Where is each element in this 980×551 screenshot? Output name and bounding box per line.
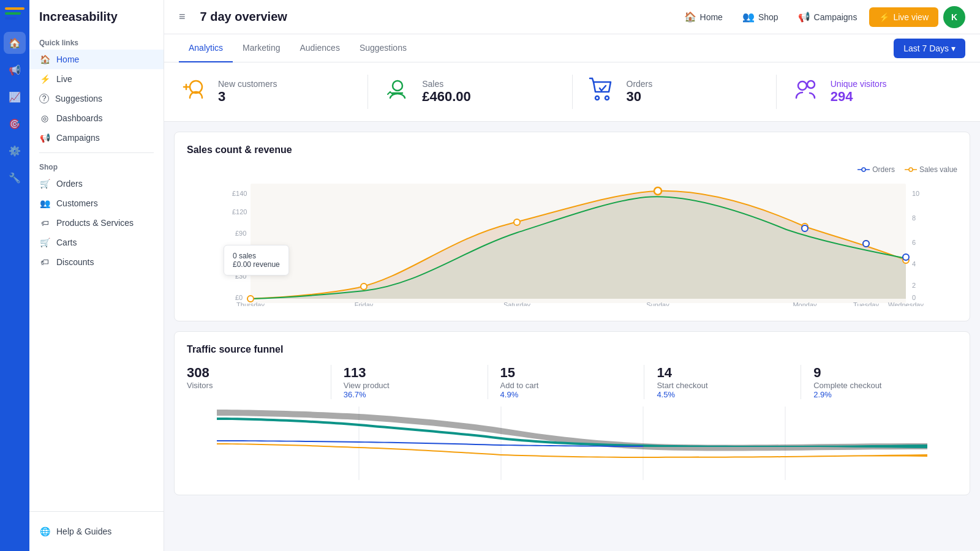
stat-orders: Orders 30 — [587, 75, 777, 109]
quick-links-title: Quick links — [29, 34, 164, 50]
svg-text:6: 6 — [912, 239, 916, 246]
sidebar-item-orders[interactable]: 🛒 Orders — [29, 174, 164, 193]
topbar-nav-campaigns[interactable]: 📢 Campaigns — [791, 7, 865, 26]
sidebar-item-discounts-label: Discounts — [56, 257, 94, 267]
funnel-chart-svg — [187, 407, 957, 480]
discounts-icon: 🏷 — [39, 257, 50, 267]
stat-new-customers-info: New customers 3 — [218, 79, 277, 105]
svg-text:Tuesday: Tuesday — [853, 301, 879, 306]
funnel-title: Traffic source funnel — [187, 344, 957, 355]
help-icon: 🌐 — [39, 527, 50, 536]
topbar-nav: 🏠 Home 👥 Shop 📢 Campaigns ⚡ Live view K — [677, 6, 965, 28]
tabs-bar: Analytics Marketing Audiences Suggestion… — [164, 34, 980, 62]
sidebar-item-campaigns[interactable]: 📢 Campaigns — [29, 128, 164, 148]
funnel-stat-cart: 15 Add to cart 4.9% — [500, 365, 645, 399]
stat-orders-value: 30 — [627, 89, 653, 105]
legend-sales-label: Sales value — [919, 165, 957, 174]
funnel-checkout-complete-num: 9 — [813, 365, 945, 381]
funnel-checkout-complete-label: Complete checkout — [813, 381, 945, 390]
legend-sales: Sales value — [905, 165, 957, 174]
customers-icon: 👥 — [39, 198, 50, 208]
nav-icon-target[interactable]: 🎯 — [4, 113, 26, 135]
products-icon: 🏷 — [39, 219, 50, 228]
stat-visitors: Unique visitors 294 — [791, 75, 965, 109]
stat-sales-value: £460.00 — [422, 89, 471, 105]
sales-chart-section: Sales count & revenue Orders Sales value — [174, 132, 970, 321]
tab-analytics[interactable]: Analytics — [179, 34, 233, 62]
funnel-cart-label: Add to cart — [500, 381, 632, 390]
funnel-visitors-label: Visitors — [187, 381, 318, 390]
sidebar-item-carts[interactable]: 🛒 Carts — [29, 233, 164, 252]
main-panel: ≡ 7 day overview 🏠 Home 👥 Shop 📢 Campaig… — [164, 0, 980, 551]
stat-visitors-value: 294 — [831, 89, 887, 105]
sidebar-item-help[interactable]: 🌐 Help & Guides — [29, 522, 164, 541]
svg-point-11 — [909, 168, 913, 171]
sidebar-item-live[interactable]: ⚡ Live — [29, 69, 164, 89]
funnel-view-pct: 36.7% — [344, 390, 475, 399]
sales-chart-svg: £0 £30 £60 £90 £120 £140 10 8 6 4 2 0 — [187, 165, 957, 306]
svg-text:8: 8 — [912, 214, 916, 222]
tab-marketing[interactable]: Marketing — [233, 34, 290, 62]
tooltip-line2: £0.00 revenue — [233, 260, 280, 269]
funnel-cart-pct: 4.9% — [500, 390, 632, 399]
stat-sales-label: Sales — [422, 79, 471, 89]
stat-orders-label: Orders — [627, 79, 653, 89]
legend-orders-label: Orders — [872, 165, 895, 174]
svg-point-5 — [605, 96, 609, 100]
carts-icon: 🛒 — [39, 238, 50, 247]
funnel-cart-num: 15 — [500, 365, 632, 381]
tab-audiences[interactable]: Audiences — [290, 34, 350, 62]
funnel-stat-checkout-start: 14 Start checkout 4.5% — [657, 365, 801, 399]
nav-icon-home[interactable]: 🏠 — [4, 32, 26, 54]
sidebar-item-campaigns-label: Campaigns — [56, 133, 100, 143]
nav-icon-trending[interactable]: 📈 — [4, 86, 26, 108]
page-title: 7 day overview — [200, 10, 667, 24]
suggestions-icon: ? — [39, 94, 49, 103]
content-area: Analytics Marketing Audiences Suggestion… — [164, 34, 980, 551]
topbar-nav-shop[interactable]: 👥 Shop — [735, 7, 786, 26]
stat-sales-info: Sales £460.00 — [422, 79, 471, 105]
svg-text:4: 4 — [912, 260, 916, 268]
home-icon: 🏠 — [39, 54, 50, 64]
nav-icon-tools[interactable]: 🔧 — [4, 167, 26, 189]
sidebar-item-suggestions[interactable]: ? Suggestions — [29, 89, 164, 108]
stat-new-customers: New customers 3 — [179, 75, 368, 109]
stats-row: New customers 3 Sales £460.00 — [164, 62, 980, 122]
tab-suggestions[interactable]: Suggestions — [350, 34, 417, 62]
topbar-nav-home[interactable]: 🏠 Home — [677, 7, 730, 26]
sidebar-item-dashboards[interactable]: ◎ Dashboards — [29, 108, 164, 128]
funnel-checkout-start-num: 14 — [657, 365, 788, 381]
sidebar-item-customers[interactable]: 👥 Customers — [29, 193, 164, 213]
live-button-label: Live view — [893, 12, 929, 22]
visitors-icon — [791, 75, 821, 109]
funnel-stat-visitors: 308 Visitors — [187, 365, 331, 399]
date-range-button[interactable]: Last 7 Days ▾ — [894, 39, 965, 58]
sidebar-item-home[interactable]: 🏠 Home — [29, 50, 164, 69]
nav-icon-settings[interactable]: ⚙️ — [4, 140, 26, 162]
sidebar-item-products-label: Products & Services — [56, 218, 134, 228]
app-logo — [5, 7, 24, 22]
topbar-nav-campaigns-label: Campaigns — [814, 12, 858, 22]
menu-icon[interactable]: ≡ — [179, 10, 186, 23]
svg-point-32 — [802, 225, 808, 231]
sidebar-item-suggestions-label: Suggestions — [55, 94, 102, 103]
stat-visitors-label: Unique visitors — [831, 79, 887, 89]
legend-orders: Orders — [858, 165, 895, 174]
nav-icon-megaphone[interactable]: 📢 — [4, 59, 26, 81]
date-range-label: Last 7 Days ▾ — [903, 43, 956, 53]
sidebar-item-customers-label: Customers — [56, 198, 98, 208]
svg-text:Sunday: Sunday — [646, 301, 669, 306]
user-avatar[interactable]: K — [943, 6, 965, 28]
new-customers-icon — [179, 75, 208, 109]
sidebar-item-dashboards-label: Dashboards — [56, 113, 103, 123]
funnel-section: Traffic source funnel 308 Visitors 113 V… — [174, 331, 970, 495]
svg-text:£0: £0 — [235, 294, 243, 301]
sidebar-item-live-label: Live — [56, 74, 72, 84]
home-nav-icon: 🏠 — [684, 11, 696, 23]
funnel-checkout-complete-pct: 2.9% — [813, 390, 945, 399]
sidebar-item-products[interactable]: 🏷 Products & Services — [29, 213, 164, 233]
svg-text:Friday: Friday — [355, 301, 374, 306]
live-view-button[interactable]: ⚡ Live view — [869, 7, 938, 27]
live-icon: ⚡ — [879, 12, 889, 22]
sidebar-item-discounts[interactable]: 🏷 Discounts — [29, 252, 164, 272]
